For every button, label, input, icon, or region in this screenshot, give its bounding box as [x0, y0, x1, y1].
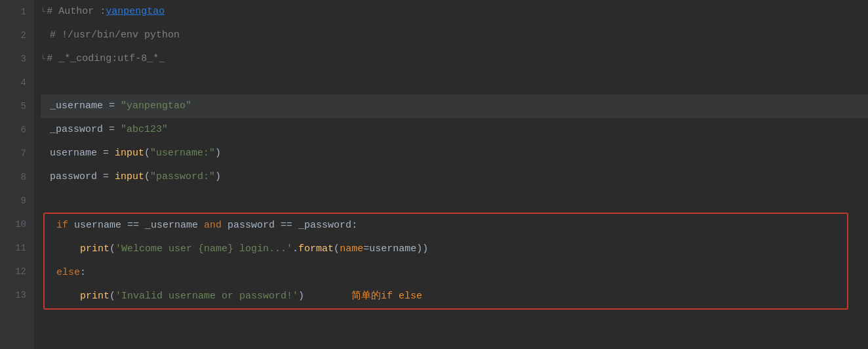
- code-comment-chinese: 简单的if else: [304, 285, 422, 308]
- code-token: input: [115, 165, 144, 189]
- code-token: =: [109, 118, 121, 142]
- code-token: _password: [50, 118, 109, 142]
- code-token: and: [204, 214, 227, 237]
- code-token: ==: [281, 214, 298, 237]
- code-token: username: [369, 237, 416, 261]
- red-box-container: if username == _username and password ==…: [43, 213, 848, 310]
- code-token: password: [50, 165, 103, 189]
- line-num-12: 12: [8, 260, 26, 283]
- line-num-1: 1: [8, 0, 26, 24]
- code-line-1: └ # Author :yanpengtao: [41, 0, 868, 24]
- code-token: =: [103, 142, 115, 165]
- code-token: "username:": [150, 142, 215, 165]
- code-token: 'Welcome user {name} login...': [115, 237, 292, 261]
- code-line-5: _username = "yanpengtao": [41, 94, 868, 118]
- code-line-4: [41, 71, 868, 94]
- code-token: ): [215, 165, 221, 189]
- line-num-13: 13: [8, 283, 26, 307]
- code-token: (: [144, 165, 150, 189]
- code-token: print: [56, 285, 109, 308]
- line-num-8: 8: [8, 165, 26, 189]
- code-line-10: if username == _username and password ==…: [47, 214, 844, 237]
- line-num-7: 7: [8, 142, 26, 165]
- code-token: =: [109, 94, 121, 118]
- code-token: ): [215, 142, 221, 165]
- code-token: ): [298, 285, 304, 308]
- code-token: (: [334, 237, 340, 261]
- code-token: =: [103, 165, 115, 189]
- code-token: else: [56, 261, 80, 285]
- code-token: username: [74, 214, 127, 237]
- fold-icon-3: └: [41, 47, 45, 71]
- code-line-6: _password = "abc123": [41, 118, 868, 142]
- code-token: :: [351, 214, 357, 237]
- code-line-13: print('Invalid username or password!') 简…: [47, 285, 844, 308]
- line-num-10: 10: [8, 213, 26, 236]
- code-editor: 1 2 3 4 5 6 7 8 9 10 11 12 13 └ # Author…: [0, 0, 868, 349]
- line-num-6: 6: [8, 118, 26, 142]
- fold-icon-1: └: [41, 0, 45, 24]
- code-line-3: └ # _*_coding:utf-8_*_: [41, 47, 868, 71]
- code-token: _username: [145, 214, 204, 237]
- code-token: format: [298, 237, 334, 261]
- code-token: # !/usr/bin/env python: [50, 24, 180, 47]
- code-token: if: [56, 214, 74, 237]
- code-token: 'Invalid username or password!': [115, 285, 298, 308]
- code-token: )): [416, 237, 428, 261]
- code-token: "yanpengtao": [121, 94, 191, 118]
- code-token: username: [50, 142, 103, 165]
- code-line-2: # !/usr/bin/env python: [41, 24, 868, 47]
- code-token: # Author :: [47, 0, 106, 24]
- code-token: .: [292, 237, 298, 261]
- line-num-11: 11: [8, 236, 26, 260]
- code-line-14: [41, 310, 868, 333]
- line-num-4: 4: [8, 71, 26, 94]
- code-token: :: [80, 261, 86, 285]
- code-line-12: else:: [47, 261, 844, 285]
- code-line-7: username = input("username:"): [41, 142, 868, 165]
- code-area: └ # Author :yanpengtao # !/usr/bin/env p…: [34, 0, 868, 349]
- code-token: (: [109, 237, 115, 261]
- code-token: ==: [127, 214, 145, 237]
- code-token: _username: [50, 94, 109, 118]
- code-line-9: [41, 189, 868, 213]
- code-token: password: [227, 214, 281, 237]
- code-token: (: [109, 285, 115, 308]
- code-token: =: [363, 237, 369, 261]
- code-token: _password: [298, 214, 351, 237]
- code-line-11: print('Welcome user {name} login...'.for…: [47, 237, 844, 261]
- code-token: "password:": [150, 165, 215, 189]
- line-num-3: 3: [8, 47, 26, 71]
- line-num-9: 9: [8, 189, 26, 213]
- code-token: name: [340, 237, 363, 261]
- code-link[interactable]: yanpengtao: [106, 0, 165, 24]
- line-numbers: 1 2 3 4 5 6 7 8 9 10 11 12 13: [0, 0, 34, 349]
- code-token: # _*_coding:utf-8_*_: [47, 47, 165, 71]
- code-token: (: [144, 142, 150, 165]
- line-num-2: 2: [8, 24, 26, 47]
- code-line-8: password = input("password:"): [41, 165, 868, 189]
- code-token: input: [115, 142, 144, 165]
- line-num-5: 5: [8, 94, 26, 118]
- code-token: print: [56, 237, 109, 261]
- code-token: "abc123": [121, 118, 168, 142]
